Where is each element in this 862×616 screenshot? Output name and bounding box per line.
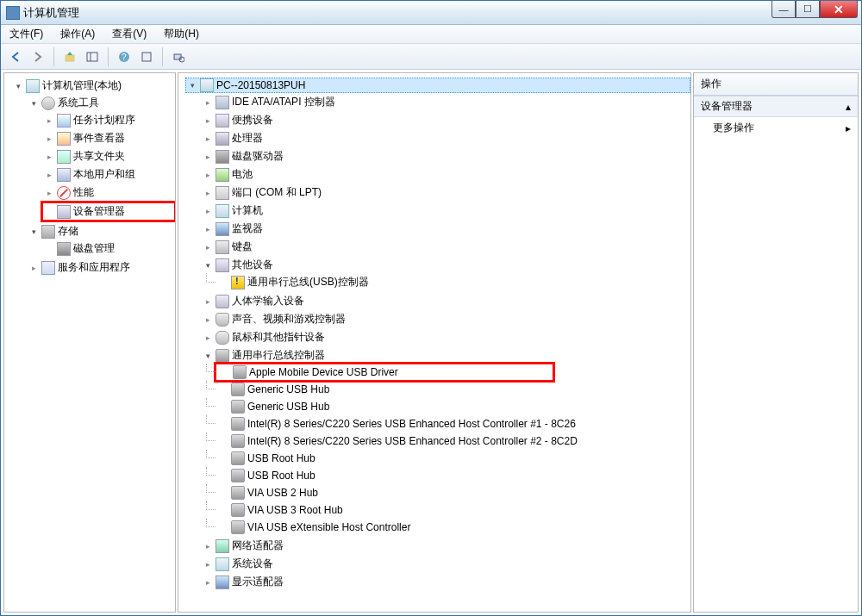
dev-usb-item[interactable]: Generic USB Hub [216,399,690,414]
ide-icon [216,96,229,109]
window-frame: 计算机管理 — ☐ ✕ 文件(F) 操作(A) 查看(V) 帮助(H) ? 计算… [0,0,862,616]
dev-audio[interactable]: 声音、视频和游戏控制器 [201,311,690,327]
dev-usb-item[interactable]: VIA USB eXtensible Host Controller [216,520,690,535]
nav-services-apps[interactable]: 服务和应用程序 [27,259,175,276]
nav-performance[interactable]: 性能 [42,184,175,201]
svg-rect-1 [87,53,97,61]
disk-icon [57,242,71,256]
dev-display[interactable]: 显示适配器 [201,574,690,590]
drive-icon [216,150,229,164]
content-area: 计算机管理(本地) 系统工具 任务计划程序 事件查看器 共享文件夹 本地用户和组… [1,70,861,615]
nav-task-scheduler[interactable]: 任务计划程序 [42,112,175,128]
dev-usb-item[interactable]: USB Root Hub [216,451,690,466]
minimize-button[interactable]: — [771,1,796,18]
usb-icon [231,434,245,448]
dev-usb-item[interactable]: Generic USB Hub [216,382,690,397]
battery-icon [216,168,229,182]
usb-icon [216,349,229,363]
forward-button[interactable] [28,47,47,66]
dev-computers[interactable]: 计算机 [201,202,690,219]
nav-tree: 计算机管理(本地) 系统工具 任务计划程序 事件查看器 共享文件夹 本地用户和组… [4,73,175,281]
menu-help[interactable]: 帮助(H) [160,25,203,43]
svg-text:?: ? [122,53,127,62]
nav-local-users[interactable]: 本地用户和组 [42,166,175,183]
menu-view[interactable]: 查看(V) [109,25,150,43]
properties-button[interactable] [137,47,156,66]
titlebar[interactable]: 计算机管理 — ☐ ✕ [1,1,861,25]
usb-icon [231,417,245,431]
computer-icon [216,204,229,218]
dev-portable[interactable]: 便携设备 [201,112,690,128]
dev-network[interactable]: 网络适配器 [201,538,690,554]
menu-action[interactable]: 操作(A) [57,25,98,43]
nav-tree-pane[interactable]: 计算机管理(本地) 系统工具 任务计划程序 事件查看器 共享文件夹 本地用户和组… [3,72,176,613]
usb-icon [231,486,245,500]
dev-cpu[interactable]: 处理器 [201,130,690,146]
nav-storage[interactable]: 存储 [27,223,175,240]
actions-pane: 操作 设备管理器 ▴ 更多操作 ▸ [693,72,859,613]
hid-icon [216,295,229,308]
storage-icon [41,225,55,239]
other-icon [216,258,229,272]
device-manager-icon [57,205,71,219]
svg-rect-6 [174,54,181,59]
monitor-icon [216,222,229,236]
network-icon [216,539,229,553]
system-icon [216,557,229,571]
help-button[interactable]: ? [115,47,134,66]
window-buttons: — ☐ ✕ [771,1,858,18]
dev-usb-item[interactable]: USB Root Hub [216,468,690,483]
usb-icon [231,469,245,482]
dev-ide[interactable]: IDE ATA/ATAPI 控制器 [201,94,690,110]
share-icon [57,150,71,164]
dev-hid[interactable]: 人体学输入设备 [201,293,690,309]
maximize-button[interactable]: ☐ [796,1,820,18]
actions-more[interactable]: 更多操作 ▸ [694,117,858,139]
back-button[interactable] [6,47,25,66]
dev-usb-item[interactable]: VIA USB 3 Root Hub [216,502,690,518]
display-icon [216,576,229,589]
show-hide-tree-button[interactable] [83,47,102,66]
dev-keyboard[interactable]: 键盘 [201,239,690,255]
dev-other-usb[interactable]: 通用串行总线(USB)控制器 [216,274,690,290]
menu-file[interactable]: 文件(F) [6,25,47,43]
event-icon [57,132,71,146]
close-button[interactable]: ✕ [820,1,858,18]
app-icon [6,6,20,20]
dev-computer-root[interactable]: PC--20150813PUH [185,78,690,93]
scan-button[interactable] [169,47,188,66]
dev-cdrom[interactable]: 磁盘驱动器 [201,148,690,165]
toolbar: ? [1,44,861,70]
dev-usb-item[interactable]: Intel(R) 8 Series/C220 Series USB Enhanc… [216,416,690,432]
up-button[interactable] [60,47,79,66]
dev-battery[interactable]: 电池 [201,166,690,183]
users-icon [57,168,71,182]
nav-disk-management[interactable]: 磁盘管理 [42,240,175,257]
device-tree-pane[interactable]: PC--20150813PUH IDE ATA/ATAPI 控制器 便携设备 处… [178,72,691,613]
dev-usb-item[interactable]: Intel(R) 8 Series/C220 Series USB Enhanc… [216,433,690,449]
cpu-icon [216,132,229,146]
nav-shared-folders[interactable]: 共享文件夹 [42,148,175,165]
nav-system-tools[interactable]: 系统工具 [27,95,175,111]
nav-root[interactable]: 计算机管理(本地) [11,78,175,94]
nav-event-viewer[interactable]: 事件查看器 [42,130,175,146]
dev-ports[interactable]: 端口 (COM 和 LPT) [201,184,690,201]
window-title: 计算机管理 [23,5,861,21]
dev-usb-controllers[interactable]: 通用串行总线控制器 [201,347,690,364]
computer-icon [26,79,40,93]
dev-monitor[interactable]: 监视器 [201,221,690,237]
dev-other[interactable]: 其他设备 [201,257,690,273]
port-icon [216,186,229,200]
dev-system[interactable]: 系统设备 [201,556,690,572]
dev-mouse[interactable]: 鼠标和其他指针设备 [201,329,690,345]
usb-icon [231,520,245,534]
nav-device-manager[interactable]: 设备管理器 [42,202,175,221]
scheduler-icon [57,114,71,128]
gear-icon [41,96,55,110]
dev-usb-item[interactable]: VIA USB 2 Hub [216,485,690,501]
actions-section-devmgr[interactable]: 设备管理器 ▴ [694,96,858,117]
performance-icon [57,186,71,200]
mouse-icon [216,331,229,345]
menubar: 文件(F) 操作(A) 查看(V) 帮助(H) [1,25,861,44]
dev-usb-apple[interactable]: Apple Mobile Device USB Driver [216,364,553,380]
